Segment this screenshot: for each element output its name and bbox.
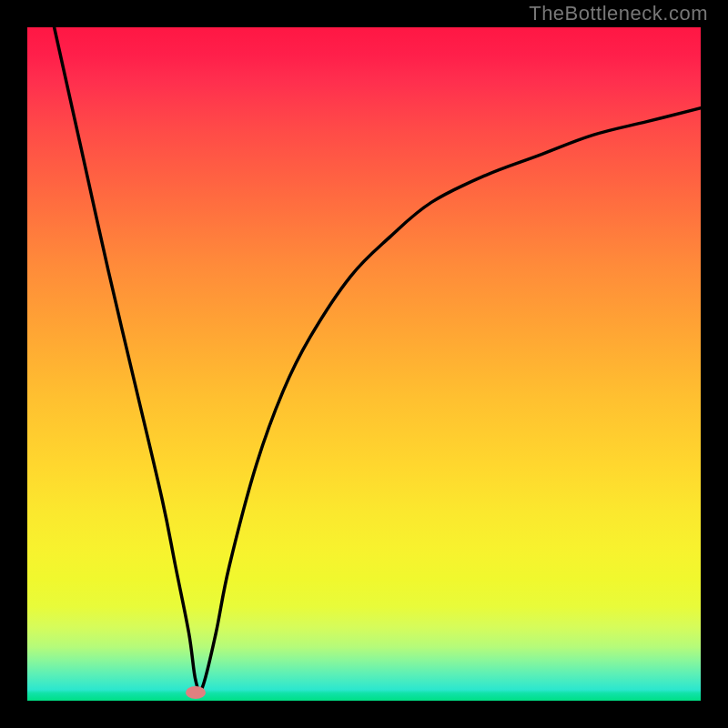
gradient-bottom-band xyxy=(27,690,701,701)
chart-plot-area xyxy=(27,27,701,701)
chart-frame: TheBottleneck.com xyxy=(0,0,728,728)
bottleneck-curve-path xyxy=(55,27,701,692)
curve-minimum-marker xyxy=(186,686,206,699)
watermark-text: TheBottleneck.com xyxy=(529,2,708,25)
bottleneck-curve-svg xyxy=(27,27,701,701)
